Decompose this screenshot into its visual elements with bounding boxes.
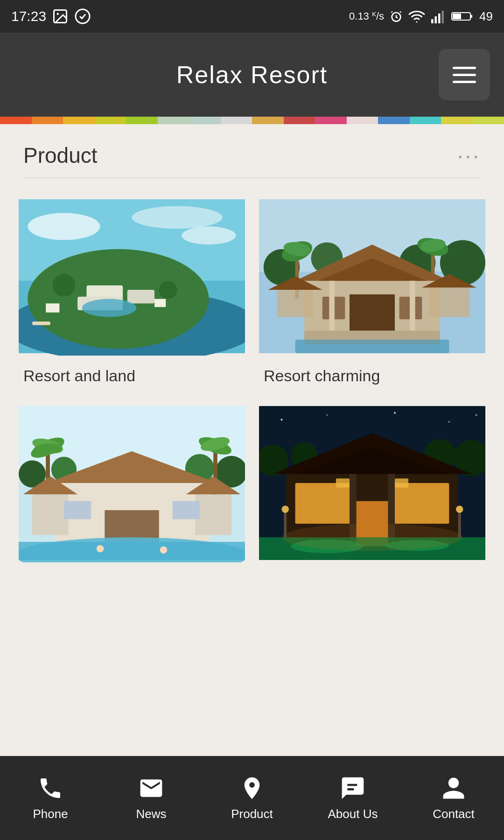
stripe-15 [441,117,473,124]
wifi-icon [408,8,425,25]
resort-charming-image [259,197,485,356]
chat-icon [340,775,366,801]
svg-rect-104 [284,510,287,537]
svg-point-18 [82,299,136,317]
svg-rect-24 [32,322,50,325]
nav-phone[interactable]: Phone [0,756,101,840]
battery-level: 49 [479,9,493,24]
svg-point-103 [282,524,463,551]
network-speed: 0.13 ᴷ/s [349,10,384,22]
svg-point-20 [159,281,177,299]
product-label-resort-charming: Resort charming [259,356,485,390]
svg-point-25 [28,213,100,240]
svg-rect-4 [431,19,434,23]
status-bar: 17:23 0.13 ᴷ/s [0,0,504,33]
svg-rect-97 [395,478,408,487]
location-icon [239,775,265,801]
svg-rect-22 [46,303,59,312]
svg-rect-49 [295,340,449,353]
product-label-night-villa [259,562,485,578]
night-villa-image [259,404,485,562]
svg-point-81 [281,419,283,420]
product-card-night-villa[interactable] [259,404,485,578]
svg-point-1 [57,13,59,15]
svg-point-78 [97,545,104,553]
stripe-9 [252,117,284,124]
status-left: 17:23 [11,8,91,25]
stripe-7 [189,117,221,124]
svg-rect-48 [410,281,415,331]
product-image-resort-land [19,197,245,356]
svg-point-84 [448,421,450,423]
svg-rect-53 [429,287,469,317]
svg-point-79 [160,546,168,554]
svg-point-19 [53,274,76,297]
nav-product-label: Product [231,807,273,821]
product-label-beach-resort [19,562,245,578]
check-status-icon [74,8,91,25]
product-card-beach-resort[interactable] [19,404,245,578]
hamburger-icon [453,67,476,83]
svg-point-21 [137,273,154,289]
content-area: Product ··· [0,124,504,756]
svg-point-27 [182,226,236,245]
svg-point-105 [282,506,289,513]
svg-rect-5 [435,16,437,23]
svg-rect-93 [295,483,354,524]
product-card-resort-charming[interactable]: Resort charming [259,197,485,390]
stripe-5 [126,117,158,124]
stripe-11 [315,117,347,124]
svg-rect-75 [173,501,200,519]
svg-point-85 [476,414,477,416]
stripe-14 [410,117,441,124]
stripe-6 [158,117,189,124]
product-image-resort-charming [259,197,485,356]
svg-rect-106 [458,510,461,537]
svg-rect-6 [438,14,441,23]
svg-rect-9 [470,15,472,18]
nav-product[interactable]: Product [202,756,302,840]
menu-button[interactable] [439,49,490,100]
status-right: 0.13 ᴷ/s 49 [349,8,493,25]
stripe-1 [0,117,32,124]
nav-news[interactable]: News [101,756,202,840]
nav-contact-label: Contact [433,807,475,821]
person-icon [441,775,467,801]
product-image-night-villa [259,404,485,562]
svg-rect-51 [277,290,314,317]
color-stripe [0,117,504,124]
svg-point-83 [394,412,396,414]
svg-rect-94 [390,483,449,524]
beach-resort-image [19,404,245,562]
svg-rect-74 [64,501,91,519]
svg-point-26 [132,206,223,229]
stripe-8 [221,117,252,124]
product-grid: Resort and land [0,178,504,588]
signal-icon [430,8,447,25]
svg-point-82 [326,414,328,416]
status-time: 17:23 [11,8,46,24]
svg-rect-16 [127,290,154,303]
stripe-3 [63,117,95,124]
svg-rect-10 [453,14,461,19]
stripe-4 [95,117,126,124]
stripe-13 [378,117,410,124]
nav-about[interactable]: About Us [302,756,403,840]
product-card-resort-land[interactable]: Resort and land [19,197,245,390]
svg-rect-47 [329,281,335,331]
svg-rect-73 [105,510,159,542]
stripe-10 [284,117,315,124]
nav-phone-label: Phone [33,807,68,821]
resort-land-image [19,197,245,356]
battery-icon [451,9,475,23]
alarm-icon [389,9,404,24]
svg-rect-96 [336,478,350,487]
product-label-resort-land: Resort and land [19,356,245,390]
section-more-button[interactable]: ··· [457,143,481,168]
svg-rect-7 [442,11,444,23]
section-title: Product [23,143,98,168]
phone-icon [37,775,63,801]
nav-about-label: About Us [328,807,378,821]
svg-rect-71 [195,494,231,535]
nav-contact[interactable]: Contact [403,756,504,840]
